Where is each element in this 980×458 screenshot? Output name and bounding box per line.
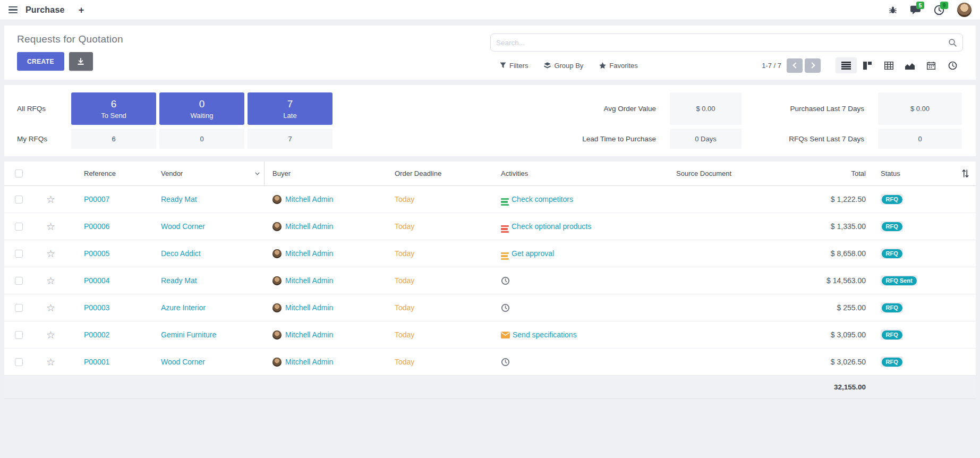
table-row[interactable]: ☆ P00006 Wood Corner Mitchell Admin Toda… — [4, 213, 976, 240]
buyer-link[interactable]: Mitchell Admin — [285, 222, 333, 231]
rfqs-sent-last-7-days[interactable]: 0 — [878, 129, 962, 149]
reference-link[interactable]: P00003 — [84, 303, 109, 312]
vendor-link[interactable]: Deco Addict — [161, 249, 201, 258]
app-name[interactable]: Purchase — [25, 5, 65, 15]
debug-bug-icon[interactable] — [889, 6, 897, 14]
pager-prev-button[interactable] — [787, 58, 803, 73]
column-header-status[interactable]: Status — [881, 169, 955, 177]
activity-label[interactable]: Check competitors — [512, 195, 573, 203]
buyer-link[interactable]: Mitchell Admin — [285, 195, 333, 203]
activity-cell[interactable]: Check optional products — [501, 220, 671, 233]
group-by-button[interactable]: Group By — [544, 62, 583, 70]
pivot-view-button[interactable] — [878, 57, 899, 73]
list-yellow-activity-icon[interactable] — [501, 247, 509, 260]
activity-cell[interactable] — [501, 276, 671, 285]
filters-button[interactable]: Filters — [500, 62, 528, 70]
vendor-link[interactable]: Ready Mat — [161, 195, 197, 203]
activity-label[interactable]: Get approval — [512, 249, 554, 258]
buyer-link[interactable]: Mitchell Admin — [285, 358, 333, 366]
table-row[interactable]: ☆ P00004 Ready Mat Mitchell Admin Today … — [4, 267, 976, 294]
favorite-star-icon[interactable]: ☆ — [46, 222, 55, 232]
avg-order-value[interactable]: $ 0.00 — [670, 92, 742, 125]
column-header-buyer[interactable]: Buyer — [265, 169, 384, 177]
vendor-link[interactable]: Wood Corner — [161, 222, 205, 231]
activity-cell[interactable]: Get approval — [501, 247, 671, 260]
messages-icon[interactable]: 5 — [910, 5, 921, 15]
list-red-activity-icon[interactable] — [501, 220, 509, 233]
favorite-star-icon[interactable]: ☆ — [46, 194, 55, 205]
kanban-view-button[interactable] — [857, 57, 878, 73]
clock-activity-icon[interactable] — [501, 276, 510, 285]
reference-link[interactable]: P00005 — [84, 249, 109, 258]
activity-view-button[interactable] — [942, 57, 963, 73]
buyer-link[interactable]: Mitchell Admin — [285, 276, 333, 285]
pager-next-button[interactable] — [805, 58, 821, 73]
table-row[interactable]: ☆ P00007 Ready Mat Mitchell Admin Today … — [4, 186, 976, 213]
vendor-link[interactable]: Gemini Furniture — [161, 330, 216, 339]
activity-cell[interactable] — [501, 303, 671, 312]
buyer-link[interactable]: Mitchell Admin — [285, 249, 333, 258]
row-checkbox[interactable] — [15, 250, 23, 258]
row-checkbox[interactable] — [15, 331, 23, 339]
activity-cell[interactable]: Check competitors — [501, 193, 671, 206]
kpi-waiting[interactable]: 0 Waiting — [159, 92, 244, 125]
table-row[interactable]: ☆ P00005 Deco Addict Mitchell Admin Toda… — [4, 240, 976, 267]
vendor-link[interactable]: Ready Mat — [161, 276, 197, 285]
reference-link[interactable]: P00001 — [84, 358, 109, 366]
reference-link[interactable]: P00004 — [84, 276, 109, 285]
search-input[interactable] — [496, 39, 948, 47]
my-to-send[interactable]: 6 — [71, 129, 156, 149]
buyer-link[interactable]: Mitchell Admin — [285, 303, 333, 312]
column-header-vendor[interactable]: Vendor — [153, 162, 265, 185]
new-tab-icon[interactable]: + — [79, 5, 84, 15]
column-header-activities[interactable]: Activities — [501, 169, 671, 177]
row-checkbox[interactable] — [15, 304, 23, 312]
row-checkbox[interactable] — [15, 358, 23, 366]
my-waiting[interactable]: 0 — [159, 129, 244, 149]
select-all-checkbox[interactable] — [15, 169, 23, 177]
table-row[interactable]: ☆ P00001 Wood Corner Mitchell Admin Toda… — [4, 349, 976, 376]
envelope-activity-icon[interactable] — [501, 332, 510, 338]
purchased-last-7-days[interactable]: $ 0.00 — [878, 92, 962, 125]
list-view-button[interactable] — [836, 57, 857, 73]
row-checkbox[interactable] — [15, 223, 23, 231]
user-avatar[interactable] — [957, 3, 972, 17]
table-row[interactable]: ☆ P00003 Azure Interior Mitchell Admin T… — [4, 294, 976, 321]
kpi-to-send[interactable]: 6 To Send — [71, 92, 156, 125]
apps-menu-icon[interactable] — [8, 6, 18, 14]
activity-label[interactable]: Send specifications — [513, 330, 577, 339]
column-header-order-deadline[interactable]: Order Deadline — [384, 169, 501, 177]
reference-link[interactable]: P00007 — [84, 195, 109, 203]
column-header-total[interactable]: Total — [820, 169, 881, 177]
favorite-star-icon[interactable]: ☆ — [46, 276, 55, 286]
clock-activity-icon[interactable] — [501, 358, 510, 367]
clock-activity-icon[interactable] — [501, 303, 510, 312]
vendor-link[interactable]: Wood Corner — [161, 358, 205, 366]
column-header-source-document[interactable]: Source Document — [671, 169, 820, 177]
favorite-star-icon[interactable]: ☆ — [46, 249, 55, 259]
lead-time-value[interactable]: 0 Days — [670, 129, 742, 149]
optional-columns-icon[interactable] — [961, 169, 969, 177]
list-green-activity-icon[interactable] — [501, 193, 509, 206]
search-icon[interactable] — [948, 38, 957, 47]
export-button[interactable] — [69, 52, 93, 71]
activities-clock-icon[interactable]: 9 — [934, 5, 944, 15]
create-button[interactable]: CREATE — [17, 52, 64, 71]
column-header-reference[interactable]: Reference — [68, 169, 153, 177]
row-checkbox[interactable] — [15, 277, 23, 285]
favorite-star-icon[interactable]: ☆ — [46, 303, 55, 313]
reference-link[interactable]: P00002 — [84, 330, 109, 339]
calendar-view-button[interactable] — [921, 57, 942, 73]
favorite-star-icon[interactable]: ☆ — [46, 357, 55, 367]
activity-cell[interactable] — [501, 358, 671, 367]
reference-link[interactable]: P00006 — [84, 222, 109, 231]
kpi-late[interactable]: 7 Late — [248, 92, 333, 125]
my-late[interactable]: 7 — [248, 129, 333, 149]
graph-view-button[interactable] — [899, 57, 921, 73]
search-box[interactable] — [490, 33, 963, 52]
buyer-link[interactable]: Mitchell Admin — [285, 330, 333, 339]
vendor-link[interactable]: Azure Interior — [161, 303, 206, 312]
activity-label[interactable]: Check optional products — [512, 222, 591, 231]
favorites-button[interactable]: Favorites — [599, 62, 637, 70]
row-checkbox[interactable] — [15, 196, 23, 203]
